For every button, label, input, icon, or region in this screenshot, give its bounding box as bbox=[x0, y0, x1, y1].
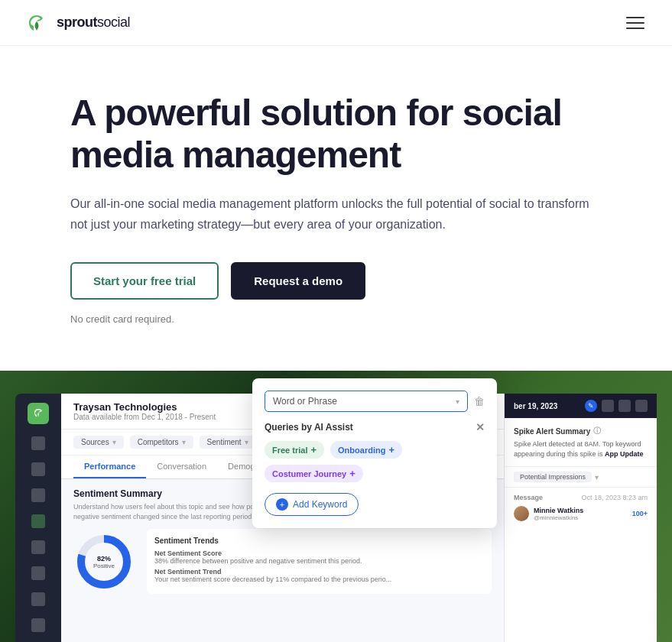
sidebar-panel bbox=[15, 394, 61, 642]
rp-icon-2[interactable] bbox=[618, 400, 631, 412]
message-username: Minnie Watkins bbox=[534, 507, 583, 514]
logo-text: sproutsocial bbox=[57, 15, 130, 30]
screenshot-bg: Traysan Technologies Data available from… bbox=[0, 371, 672, 642]
right-panel-header: ber 19, 2023 ✎ bbox=[505, 394, 657, 418]
avatar bbox=[514, 506, 529, 521]
screenshot-section: Traysan Technologies Data available from… bbox=[0, 371, 672, 642]
tab-conversation[interactable]: Conversation bbox=[146, 456, 217, 478]
message-time: Oct 18, 2023 8:23 am bbox=[581, 494, 648, 501]
right-panel-date: ber 19, 2023 bbox=[514, 402, 557, 410]
tag-row: Free trial + Onboarding + Costumer Journ… bbox=[265, 441, 485, 482]
tag-plus-3[interactable]: + bbox=[349, 468, 355, 479]
popup-close-icon[interactable]: ✕ bbox=[476, 421, 485, 433]
engagement-count: 100+ bbox=[632, 510, 648, 517]
tag-label-free-trial: Free trial bbox=[272, 446, 307, 455]
sidebar-icon-3[interactable] bbox=[31, 488, 45, 502]
sprout-logo-icon bbox=[24, 11, 49, 35]
message-header: Message Oct 18, 2023 8:23 am bbox=[514, 494, 648, 501]
company-subtitle: Data available from Dec 1, 2018 - Presen… bbox=[73, 413, 216, 421]
net-score-row: Net Sentiment Score 38% difference betwe… bbox=[154, 550, 484, 565]
trends-title: Sentiment Trends bbox=[154, 537, 484, 545]
hero-description: Our all-in-one social media management p… bbox=[70, 194, 590, 235]
message-handle: @minniewatkins bbox=[534, 514, 583, 521]
net-score-value: 38% difference between positive and nega… bbox=[154, 557, 484, 565]
add-keyword-button[interactable]: + Add Keyword bbox=[265, 493, 359, 516]
tab-performance[interactable]: Performance bbox=[73, 456, 146, 478]
filter-sentiment[interactable]: Sentiment ▾ bbox=[200, 436, 256, 449]
hamburger-menu[interactable] bbox=[623, 14, 648, 32]
rp-icon-1[interactable] bbox=[602, 400, 614, 412]
tag-onboarding[interactable]: Onboarding + bbox=[330, 441, 402, 459]
info-icon: ⓘ bbox=[593, 426, 601, 436]
donut-sublabel: Positive bbox=[93, 562, 115, 569]
sidebar-icon-7[interactable] bbox=[31, 592, 45, 606]
right-panel-icons: ✎ bbox=[585, 400, 648, 412]
donut-chart: 82% Positive bbox=[73, 531, 135, 592]
rp-edit-icon[interactable]: ✎ bbox=[585, 400, 597, 412]
trends-block: Sentiment Trends Net Sentiment Score 38%… bbox=[147, 529, 492, 594]
tag-free-trial[interactable]: Free trial + bbox=[265, 441, 324, 459]
tag-plus-2[interactable]: + bbox=[388, 444, 394, 456]
no-credit-card-text: No credit card required. bbox=[70, 313, 602, 325]
rp-icon-3[interactable] bbox=[635, 400, 648, 412]
filter-sources[interactable]: Sources ▾ bbox=[73, 436, 124, 449]
dropdown-arrow-icon: ▾ bbox=[456, 397, 459, 406]
tag-costumer-journey[interactable]: Costumer Journey + bbox=[265, 465, 363, 482]
sidebar-icon-6[interactable] bbox=[31, 566, 45, 580]
sidebar-icon-2[interactable] bbox=[31, 462, 45, 476]
filter-competitors[interactable]: Competitors ▾ bbox=[130, 436, 193, 449]
sentiment-chart-area: 82% Positive Sentiment Trends Net Sentim… bbox=[73, 529, 492, 594]
net-trend-row: Net Sentiment Trend Your net sentiment s… bbox=[154, 568, 484, 583]
popup-input-row: Word or Phrase ▾ 🗑 bbox=[265, 391, 485, 412]
potential-impressions-row: Potential Impressions ▾ bbox=[505, 467, 657, 488]
hero-title: A powerful solution for social media man… bbox=[70, 92, 602, 176]
ai-assist-popup: Word or Phrase ▾ 🗑 Queries by AI Assist … bbox=[252, 378, 497, 528]
sidebar-icon-5[interactable] bbox=[31, 540, 45, 554]
input-value: Word or Phrase bbox=[273, 396, 337, 407]
sidebar-logo-icon bbox=[28, 403, 49, 424]
request-demo-button[interactable]: Request a demo bbox=[231, 262, 365, 300]
company-title: Traysan Technologies bbox=[73, 401, 216, 413]
message-label: Message bbox=[514, 494, 543, 501]
net-trend-label: Net Sentiment Trend bbox=[154, 568, 484, 576]
word-phrase-input[interactable]: Word or Phrase ▾ bbox=[265, 391, 468, 412]
spike-alert-title: Spike Alert Summary ⓘ bbox=[514, 426, 648, 436]
right-panel: ber 19, 2023 ✎ Spike Alert Summary ⓘ Spi bbox=[504, 394, 657, 642]
sidebar-icon-1[interactable] bbox=[31, 436, 45, 450]
popup-ai-title: Queries by AI Assist ✕ bbox=[265, 421, 485, 433]
net-score-label: Net Sentiment Score bbox=[154, 550, 484, 557]
logo-area: sproutsocial bbox=[24, 11, 130, 35]
message-user: Minnie Watkins @minniewatkins 100+ bbox=[514, 506, 648, 521]
start-trial-button[interactable]: Start your free trial bbox=[70, 262, 219, 300]
donut-percent: 82% bbox=[93, 554, 115, 562]
tag-label-costumer-journey: Costumer Journey bbox=[272, 469, 346, 478]
message-section: Message Oct 18, 2023 8:23 am Minnie Watk… bbox=[505, 488, 657, 530]
add-keyword-plus-icon: + bbox=[276, 498, 288, 511]
tag-plus-1[interactable]: + bbox=[310, 444, 317, 456]
header: sproutsocial bbox=[0, 0, 672, 46]
cta-buttons: Start your free trial Request a demo bbox=[70, 262, 602, 300]
sidebar-icon-8[interactable] bbox=[31, 618, 45, 632]
hero-section: A powerful solution for social media man… bbox=[0, 46, 672, 355]
add-keyword-label: Add Keyword bbox=[293, 499, 347, 510]
spike-alert-box: Spike Alert Summary ⓘ Spike Alert detect… bbox=[505, 418, 657, 467]
sidebar-icon-4[interactable] bbox=[31, 514, 45, 528]
trash-icon[interactable]: 🗑 bbox=[474, 395, 485, 407]
potential-impressions-pill[interactable]: Potential Impressions bbox=[514, 472, 592, 482]
tag-label-onboarding: Onboarding bbox=[338, 446, 385, 455]
spike-alert-text: Spike Alert detected at 8AM. Top keyword… bbox=[514, 439, 648, 459]
net-trend-value: Your net sentiment score decreased by 11… bbox=[154, 576, 484, 583]
